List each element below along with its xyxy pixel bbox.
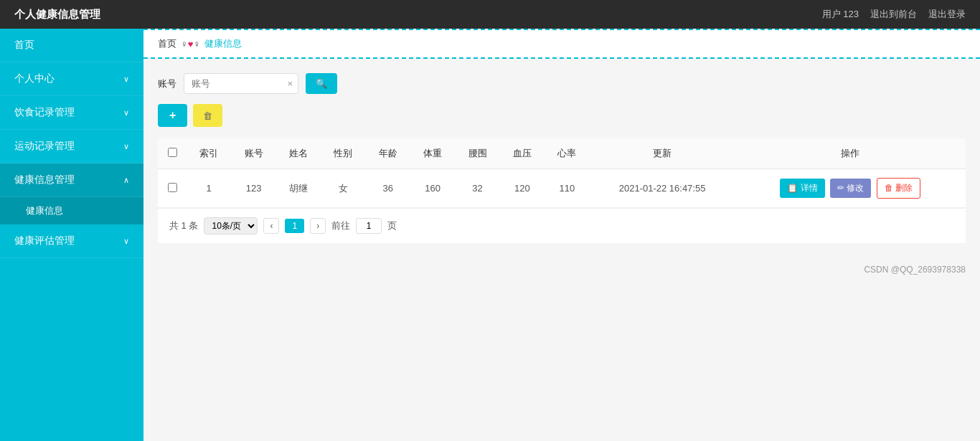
- breadcrumb-separator: ♀♥♀: [181, 39, 200, 49]
- pagination-jump-suffix: 页: [387, 219, 397, 232]
- breadcrumb-current: 健康信息: [204, 37, 242, 50]
- cell-age: 36: [366, 169, 410, 208]
- search-magnifier-icon: 🔍: [316, 78, 327, 89]
- col-index: 索引: [187, 138, 231, 169]
- header: 个人健康信息管理 用户 123 退出到前台 退出登录: [0, 0, 980, 29]
- edit-button[interactable]: ✏ 修改: [830, 179, 871, 198]
- col-heart-rate: 心率: [545, 138, 589, 169]
- sidebar-health-label: 健康信息管理: [14, 174, 75, 186]
- table-row: 1 123 胡继 女 36 160 32 120 110 2021-01-22 …: [158, 169, 966, 208]
- pagination-jump-prefix: 前往: [331, 219, 350, 232]
- col-account: 账号: [231, 138, 275, 169]
- sidebar: 首页 个人中心 ∨ 饮食记录管理 ∨ 运动记录管理 ∨ 健康信息管理 ∧ 健康信…: [0, 29, 143, 441]
- sidebar-item-evaluation[interactable]: 健康评估管理 ∨: [0, 224, 143, 258]
- table-header-checkbox: [158, 138, 187, 169]
- col-waist: 腰围: [455, 138, 499, 169]
- search-input[interactable]: [184, 73, 298, 94]
- cell-heart-rate: 110: [545, 169, 589, 208]
- col-weight: 体重: [410, 138, 455, 169]
- current-page-button[interactable]: 1: [285, 219, 304, 233]
- col-gender: 性别: [321, 138, 365, 169]
- row-checkbox-cell: [158, 169, 187, 208]
- sidebar-subitem-health-info[interactable]: 健康信息: [0, 197, 143, 224]
- chevron-down-icon: ∨: [123, 142, 129, 151]
- chevron-down-icon: ∨: [123, 237, 129, 246]
- col-blood-pressure: 血压: [500, 138, 545, 169]
- delete-button[interactable]: 🗑 删除: [877, 178, 920, 199]
- search-clear-icon[interactable]: ×: [287, 78, 293, 89]
- delete-icon: 🗑: [203, 110, 212, 121]
- breadcrumb: 首页 ♀♥♀ 健康信息: [143, 29, 980, 59]
- next-page-button[interactable]: ›: [310, 218, 326, 234]
- search-input-wrap: ×: [184, 73, 298, 94]
- sidebar-item-exercise[interactable]: 运动记录管理 ∨: [0, 130, 143, 163]
- page-jump-input[interactable]: [356, 218, 382, 234]
- chevron-up-icon: ∧: [123, 176, 129, 185]
- toolbar: + 🗑: [158, 104, 966, 127]
- breadcrumb-home[interactable]: 首页: [158, 37, 176, 50]
- header-actions: 用户 123 退出到前台 退出登录: [822, 8, 966, 21]
- data-table-wrap: 索引 账号 姓名 性别 年龄 体重 腰围 血压 心率 更新 操作: [158, 138, 966, 243]
- content-area: 账号 × 🔍 + 🗑: [143, 59, 980, 257]
- back-to-front-button[interactable]: 退出到前台: [870, 8, 917, 21]
- sidebar-diet-label: 饮食记录管理: [14, 106, 75, 119]
- page-size-select[interactable]: 10条/页 20条/页 50条/页: [204, 217, 258, 234]
- sidebar-item-health[interactable]: 健康信息管理 ∧: [0, 163, 143, 197]
- row-checkbox[interactable]: [168, 183, 177, 192]
- add-button[interactable]: +: [158, 104, 187, 127]
- cell-blood-pressure: 120: [500, 169, 545, 208]
- cell-name: 胡继: [276, 169, 321, 208]
- sidebar-item-home[interactable]: 首页: [0, 29, 143, 62]
- table-header-row: 索引 账号 姓名 性别 年龄 体重 腰围 血压 心率 更新 操作: [158, 138, 966, 169]
- col-actions: 操作: [735, 138, 966, 169]
- sidebar-exercise-label: 运动记录管理: [14, 140, 75, 153]
- sidebar-item-diet[interactable]: 饮食记录管理 ∨: [0, 96, 143, 130]
- chevron-down-icon: ∨: [123, 75, 129, 84]
- detail-button[interactable]: 📋 详情: [780, 179, 824, 198]
- batch-delete-button[interactable]: 🗑: [193, 104, 222, 127]
- search-button[interactable]: 🔍: [306, 73, 337, 94]
- footer-text: CSDN @QQ_2693978338: [864, 265, 966, 275]
- chevron-down-icon: ∨: [123, 108, 129, 118]
- prev-page-button[interactable]: ‹: [263, 218, 279, 234]
- cell-waist: 32: [455, 169, 499, 208]
- sidebar-evaluation-label: 健康评估管理: [14, 234, 75, 247]
- search-label: 账号: [158, 77, 176, 90]
- sidebar-personal-label: 个人中心: [14, 72, 55, 85]
- search-bar: 账号 × 🔍: [158, 73, 966, 94]
- sidebar-item-personal[interactable]: 个人中心 ∨: [0, 62, 143, 96]
- data-table: 索引 账号 姓名 性别 年龄 体重 腰围 血压 心率 更新 操作: [158, 138, 966, 208]
- cell-actions: 📋 详情 ✏ 修改 🗑 删除: [735, 169, 966, 208]
- col-age: 年龄: [366, 138, 410, 169]
- cell-weight: 160: [410, 169, 455, 208]
- select-all-checkbox[interactable]: [168, 148, 177, 157]
- sidebar-health-info-label: 健康信息: [26, 205, 63, 216]
- cell-updated: 2021-01-22 16:47:55: [590, 169, 735, 208]
- main-content: 首页 ♀♥♀ 健康信息 账号 × 🔍 + �: [143, 29, 980, 441]
- pagination: 共 1 条 10条/页 20条/页 50条/页 ‹ 1 › 前往 页: [158, 208, 966, 243]
- cell-account: 123: [231, 169, 275, 208]
- logout-button[interactable]: 退出登录: [928, 8, 966, 21]
- layout: 首页 个人中心 ∨ 饮食记录管理 ∨ 运动记录管理 ∨ 健康信息管理 ∧ 健康信…: [0, 29, 980, 441]
- col-updated: 更新: [590, 138, 735, 169]
- app-title: 个人健康信息管理: [14, 8, 100, 22]
- sidebar-home-label: 首页: [14, 39, 34, 52]
- pagination-total: 共 1 条: [169, 219, 198, 232]
- header-user: 用户 123: [822, 8, 859, 21]
- cell-gender: 女: [321, 169, 365, 208]
- cell-index: 1: [187, 169, 231, 208]
- col-name: 姓名: [276, 138, 321, 169]
- footer: CSDN @QQ_2693978338: [143, 257, 980, 282]
